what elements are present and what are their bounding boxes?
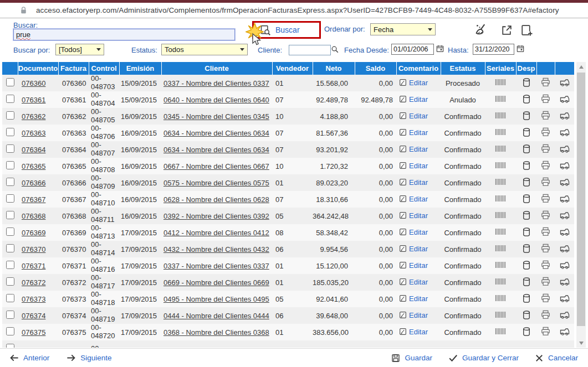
barcode-icon[interactable] [494,311,507,321]
print-icon[interactable] [540,143,551,156]
print-icon[interactable] [540,226,551,239]
documento-link[interactable]: 076367 [22,195,45,204]
documento-link[interactable]: 076369 [22,229,45,237]
cliente-link[interactable]: 0628 - Nombre del Clientes 0628 [163,195,269,204]
barcode-icon[interactable] [494,178,507,188]
editar-link[interactable]: Editar [409,178,428,187]
open-external-icon[interactable] [499,23,513,37]
database-icon[interactable] [521,77,531,90]
header-seriales[interactable]: Seriales [485,62,516,75]
database-icon[interactable] [521,177,531,189]
editar-link[interactable]: Editar [409,128,428,137]
barcode-icon[interactable] [494,327,507,337]
row-checkbox[interactable] [6,78,14,86]
cliente-link[interactable]: 0575 - Nombre del Clientes 0575 [163,179,269,187]
barcode-icon[interactable] [494,78,507,88]
barcode-icon[interactable] [494,211,507,221]
print-icon[interactable] [540,276,551,288]
buscar-button[interactable]: Buscar [254,24,303,37]
header-neto[interactable]: Neto [313,62,355,75]
row-checkbox[interactable] [6,194,14,203]
dispatch-icon[interactable] [559,193,570,206]
dispatch-icon[interactable] [559,177,570,189]
search-icon[interactable] [330,45,340,56]
row-checkbox[interactable] [6,111,14,120]
scrollbar-down-button[interactable] [576,338,586,348]
editar-link[interactable]: Editar [409,311,428,319]
print-icon[interactable] [540,77,551,89]
documento-link[interactable]: 076368 [22,212,45,220]
database-icon[interactable] [521,127,531,139]
database-icon[interactable] [521,260,531,272]
edit-icon[interactable] [398,261,407,271]
cliente-link[interactable]: 0634 - Nombre del Clientes 0634 [163,146,269,154]
edit-icon[interactable] [398,194,407,205]
documento-link[interactable]: 076371 [22,262,45,270]
dispatch-icon[interactable] [559,243,570,256]
editar-link[interactable]: Editar [409,211,428,220]
database-icon[interactable] [521,160,531,173]
edit-icon[interactable] [398,244,407,255]
scrollbar-thumb[interactable] [577,73,585,326]
documento-link[interactable]: 076374 [22,312,45,320]
edit-icon[interactable] [398,178,407,188]
database-icon[interactable] [521,326,531,339]
editar-link[interactable]: Editar [409,95,428,104]
documento-link[interactable]: 076366 [22,179,45,187]
print-icon[interactable] [540,309,551,322]
print-icon[interactable] [540,326,551,338]
row-checkbox[interactable] [6,311,14,319]
anterior-button[interactable]: Anterior [9,353,49,363]
dispatch-icon[interactable] [559,160,570,173]
editar-link[interactable]: Editar [409,294,428,303]
row-checkbox[interactable] [6,294,14,302]
dispatch-icon[interactable] [559,260,570,272]
header-comentario[interactable]: Comentario [396,62,441,75]
database-icon[interactable] [521,94,531,106]
print-icon[interactable] [540,177,551,189]
header-saldo[interactable]: Saldo [355,62,396,75]
clean-broom-icon[interactable] [474,22,489,38]
ordenar-por-select[interactable]: Fecha [370,23,436,35]
barcode-icon[interactable] [494,261,507,271]
cliente-link[interactable]: 0495 - Nombre del Clientes 0495 [163,295,269,303]
print-icon[interactable] [540,293,551,305]
dispatch-icon[interactable] [559,293,570,306]
edit-icon[interactable] [398,95,407,105]
dispatch-icon[interactable] [559,210,570,223]
barcode-icon[interactable] [494,144,507,154]
editar-link[interactable]: Editar [409,245,428,253]
edit-icon[interactable] [398,78,407,89]
edit-icon[interactable] [398,228,407,238]
cancelar-button[interactable]: Cancelar [534,353,578,363]
cliente-link[interactable]: 0667 - Nombre del Clientes 0667 [163,162,269,170]
documento-link[interactable]: 076375 [22,328,45,337]
cliente-link[interactable]: 0640 - Nombre del Clientes 0640 [163,96,269,104]
edit-icon[interactable] [398,161,407,172]
documento-link[interactable]: 076360 [22,79,45,87]
dispatch-icon[interactable] [559,326,570,339]
cliente-link[interactable]: 0345 - Nombre del Clientes 0345 [163,112,269,121]
edit-icon[interactable] [398,327,407,338]
header-vendedor[interactable]: Vendedor [272,62,313,75]
editar-link[interactable]: Editar [409,195,428,203]
edit-icon[interactable] [398,294,407,304]
dispatch-icon[interactable] [559,309,570,322]
dispatch-icon[interactable] [559,143,570,156]
print-icon[interactable] [540,210,551,222]
buscar-por-select[interactable]: [Todos] [55,44,104,55]
editar-link[interactable]: Editar [409,162,428,170]
database-icon[interactable] [521,226,531,239]
print-icon[interactable] [540,94,551,106]
cliente-link[interactable]: 0392 - Nombre del Clientes 0392 [163,212,269,220]
header-desp[interactable]: Desp [516,62,536,75]
edit-icon[interactable] [398,311,407,321]
documento-link[interactable]: 076362 [22,112,45,121]
guardar-y-cerrar-button[interactable]: Guardar y Cerrar [448,353,519,363]
dispatch-icon[interactable] [559,110,570,123]
print-icon[interactable] [540,110,551,122]
edit-icon[interactable] [398,277,407,288]
editar-link[interactable]: Editar [409,79,428,87]
estatus-select[interactable]: Todos [161,44,248,55]
print-icon[interactable] [540,260,551,272]
